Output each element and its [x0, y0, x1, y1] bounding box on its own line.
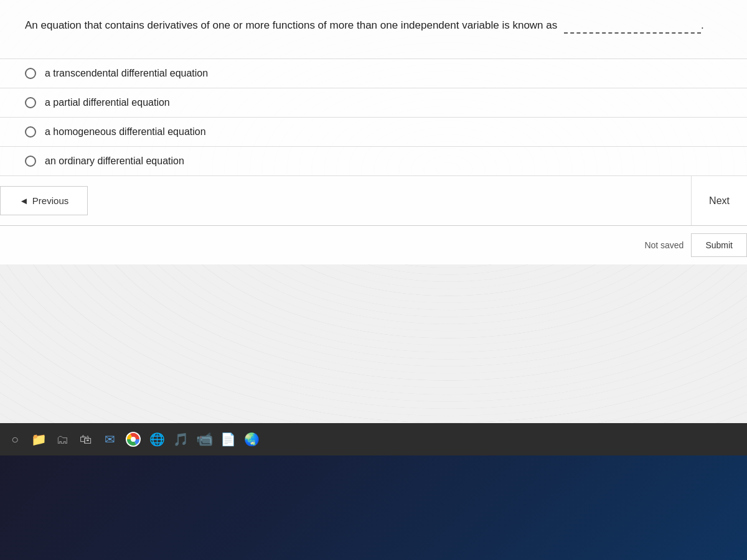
taskbar-area: ○ 📁 🗂 🛍 ✉ 🌐 🎵 📹 📄 � [0, 423, 747, 560]
status-bar: Not saved Submit [0, 225, 747, 264]
question-period: . [701, 19, 704, 31]
taskbar-chrome-icon[interactable] [123, 429, 143, 449]
taskbar-edge-icon[interactable]: 🌐 [147, 429, 167, 449]
taskbar: ○ 📁 🗂 🛍 ✉ 🌐 🎵 📹 📄 � [0, 423, 747, 455]
taskbar-folder-icon[interactable]: 🗂 [52, 429, 72, 449]
submit-button[interactable]: Submit [691, 233, 747, 257]
option-row-4[interactable]: an ordinary differential equation [0, 146, 747, 176]
radio-option-4[interactable] [25, 156, 36, 167]
radio-option-1[interactable] [25, 68, 36, 79]
previous-arrow: ◄ [19, 195, 29, 206]
taskbar-spotify-icon[interactable]: 🎵 [171, 429, 190, 449]
submit-label: Submit [705, 240, 733, 250]
option-label-3: a homogeneous differential equation [45, 126, 206, 138]
navigation-row: ◄ Previous Next [0, 176, 747, 225]
taskbar-store-icon[interactable]: 🛍 [76, 429, 96, 449]
answer-blank [564, 32, 701, 34]
option-label-2: a partial differential equation [45, 97, 170, 108]
option-row-2[interactable]: a partial differential equation [0, 88, 747, 117]
radio-option-3[interactable] [25, 126, 36, 138]
not-saved-status: Not saved [644, 240, 691, 250]
option-row-1[interactable]: a transcendental differential equation [0, 58, 747, 88]
svg-point-1 [131, 437, 136, 442]
option-label-4: an ordinary differential equation [45, 156, 184, 167]
question-area: An equation that contains derivatives of… [0, 0, 747, 46]
question-text-main: An equation that contains derivatives of… [25, 19, 557, 31]
taskbar-email-icon[interactable]: ✉ [100, 429, 120, 449]
taskbar-word-icon[interactable]: 📄 [218, 429, 238, 449]
taskbar-zoom-icon[interactable]: 📹 [194, 429, 214, 449]
windows-circle-button[interactable]: ○ [5, 429, 25, 449]
next-button[interactable]: Next [691, 176, 747, 225]
option-row-3[interactable]: a homogeneous differential equation [0, 117, 747, 146]
taskbar-app-icon[interactable]: 🌏 [242, 429, 261, 449]
screen: An equation that contains derivatives of… [0, 0, 747, 423]
previous-label: Previous [32, 195, 68, 206]
radio-option-2[interactable] [25, 97, 36, 108]
question-text: An equation that contains derivatives of… [25, 17, 722, 34]
option-label-1: a transcendental differential equation [45, 68, 208, 79]
options-area: a transcendental differential equation a… [0, 58, 747, 176]
next-label: Next [709, 195, 730, 206]
taskbar-file-explorer-icon[interactable]: 📁 [29, 429, 49, 449]
quiz-container: An equation that contains derivatives of… [0, 0, 747, 264]
desk-area [0, 455, 747, 560]
previous-button[interactable]: ◄ Previous [0, 186, 88, 215]
